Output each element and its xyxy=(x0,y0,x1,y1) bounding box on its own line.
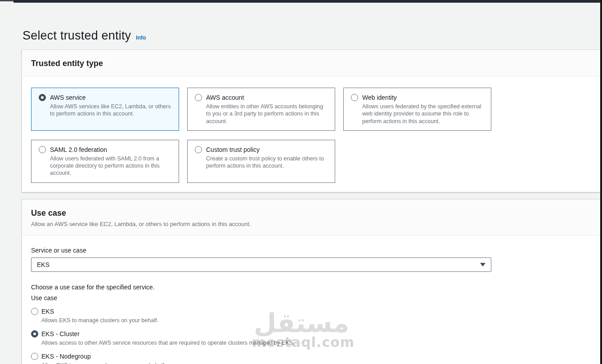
radio-web-identity[interactable] xyxy=(351,94,358,101)
page-title: Select trusted entity xyxy=(22,29,131,43)
service-select-value: EKS xyxy=(37,261,49,268)
radio-eks-nodegroup[interactable] xyxy=(31,353,38,360)
option-description: Allows EKS to manage clusters on your be… xyxy=(41,317,593,324)
info-link[interactable]: Info xyxy=(136,35,146,41)
option-eks-nodegroup[interactable]: EKS - Nodegroup Allow EKS to manage node… xyxy=(31,353,593,364)
trusted-entity-card-title: Trusted entity type xyxy=(31,59,593,68)
tile-description: Allows users federated by the specified … xyxy=(362,103,484,125)
option-label: EKS - Nodegroup xyxy=(41,353,91,360)
trusted-entity-card: Trusted entity type AWS service Allow AW… xyxy=(22,49,602,192)
option-description: Allow EKS to manage nodegroups on your b… xyxy=(41,362,593,364)
radio-aws-service[interactable] xyxy=(39,94,46,101)
tile-label: AWS account xyxy=(206,94,244,101)
tile-custom-trust-policy[interactable]: Custom trust policy Create a custom trus… xyxy=(187,140,335,183)
radio-aws-account[interactable] xyxy=(195,94,202,101)
tile-aws-service[interactable]: AWS service Allow AWS services like EC2,… xyxy=(31,88,179,131)
use-case-card-body: Service or use case EKS Choose a use cas… xyxy=(22,235,602,364)
choose-use-case-label: Choose a use case for the specified serv… xyxy=(31,284,593,291)
use-case-card: Use case Allow an AWS service like EC2, … xyxy=(22,199,602,364)
option-eks-cluster[interactable]: EKS - Cluster Allows access to other AWS… xyxy=(31,330,593,346)
entity-tile-grid: AWS service Allow AWS services like EC2,… xyxy=(31,88,593,183)
service-select[interactable]: EKS xyxy=(31,257,491,272)
tile-label: Web identity xyxy=(362,94,397,101)
use-case-card-subtitle: Allow an AWS service like EC2, Lambda, o… xyxy=(31,221,593,227)
console-top-bar xyxy=(13,0,602,3)
use-case-card-title: Use case xyxy=(31,209,593,218)
page-title-row: Select trusted entity Info xyxy=(22,29,146,43)
tile-label: Custom trust policy xyxy=(206,146,260,153)
tile-saml-federation[interactable]: SAML 2.0 federation Allow users federate… xyxy=(31,140,179,183)
tile-description: Allow users federated with SAML 2.0 from… xyxy=(50,155,171,177)
use-case-card-header: Use case Allow an AWS service like EC2, … xyxy=(22,200,602,235)
tile-aws-account[interactable]: AWS account Allow entities in other AWS … xyxy=(187,88,335,131)
chevron-down-icon xyxy=(480,263,485,266)
radio-eks-cluster[interactable] xyxy=(31,330,38,337)
radio-eks[interactable] xyxy=(31,308,38,315)
tile-description: Allow entities in other AWS accounts bel… xyxy=(206,103,328,125)
tile-description: Create a custom trust policy to enable o… xyxy=(206,155,328,170)
radio-saml-federation[interactable] xyxy=(39,146,46,153)
use-case-option-list: EKS Allows EKS to manage clusters on you… xyxy=(31,308,593,364)
option-eks[interactable]: EKS Allows EKS to manage clusters on you… xyxy=(31,308,593,324)
tile-label: SAML 2.0 federation xyxy=(50,146,107,153)
tile-description: Allow AWS services like EC2, Lambda, or … xyxy=(50,103,171,118)
use-case-label: Use case xyxy=(31,294,593,302)
trusted-entity-card-header: Trusted entity type xyxy=(22,50,602,76)
radio-custom-trust-policy[interactable] xyxy=(195,146,202,153)
window-right-edge xyxy=(600,0,602,364)
option-label: EKS xyxy=(41,308,54,315)
option-label: EKS - Cluster xyxy=(41,330,80,337)
option-description: Allows access to other AWS service resou… xyxy=(41,340,593,346)
service-field-label: Service or use case xyxy=(31,247,593,254)
tile-label: AWS service xyxy=(50,94,86,101)
trusted-entity-card-body: AWS service Allow AWS services like EC2,… xyxy=(22,76,602,192)
tile-web-identity[interactable]: Web identity Allows users federated by t… xyxy=(343,88,491,131)
